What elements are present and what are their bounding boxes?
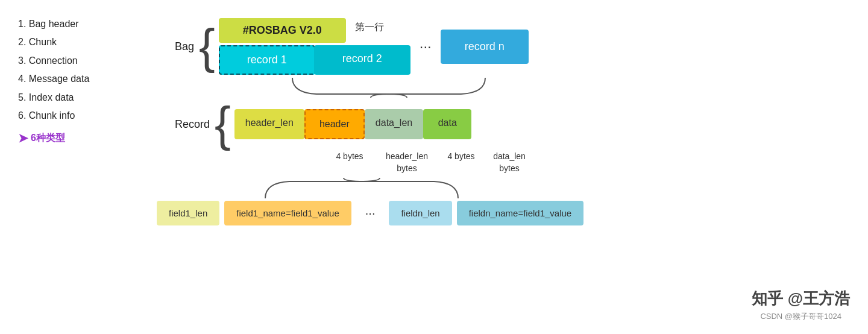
- brace-bottom-svg: [259, 175, 464, 198]
- record-fields: header_len header data_len data: [234, 109, 471, 139]
- six-types-label: ➤ 6种类型: [18, 131, 139, 145]
- bottom-brace-connector: [259, 175, 850, 201]
- rosbag-version-box: #ROSBAG V2.0: [219, 18, 346, 43]
- list-item-5: 5. Index data: [18, 89, 139, 107]
- bag-open-brace: {: [199, 22, 215, 71]
- header-fields: field1_len field1_name=field1_value ··· …: [157, 201, 583, 225]
- size-4bytes-1: 4 bytes: [322, 151, 377, 163]
- arrow-icon: ➤: [18, 131, 28, 145]
- record-n-box: record n: [441, 30, 529, 64]
- hf4-box: fieldn_len: [389, 201, 451, 225]
- dots-separator: ···: [420, 38, 432, 55]
- list-item-4: 4. Message data: [18, 70, 139, 88]
- record1-box: record 1: [219, 45, 315, 75]
- bag-inner: #ROSBAG V2.0 第一行 record 1 record 2: [219, 18, 410, 75]
- left-list: 1. Bag header 2. Chunk 3. Connection 4. …: [18, 12, 139, 322]
- first-line-label: 第一行: [355, 21, 384, 34]
- field-data: data: [423, 109, 471, 139]
- size-4bytes-2: 4 bytes: [437, 151, 485, 163]
- list-item-3: 3. Connection: [18, 52, 139, 70]
- hf5-box: fieldn_name=field1_value: [457, 201, 584, 225]
- watermark-main-text: 知乎 @王方浩: [752, 288, 850, 309]
- list-item-1: 1. Bag header: [18, 15, 139, 33]
- hf1-box: field1_len: [157, 201, 219, 225]
- bag-row: Bag { #ROSBAG V2.0 第一行 record 1 record 2…: [175, 18, 850, 75]
- field-data-len: data_len: [365, 109, 423, 139]
- records-row: record 1 record 2: [219, 45, 410, 75]
- bag-brace-container: { #ROSBAG V2.0 第一行 record 1 record 2: [199, 18, 410, 75]
- hf2-box: field1_name=field1_value: [224, 201, 351, 225]
- sizes-under-record: 4 bytes header_len bytes 4 bytes data_le…: [322, 151, 850, 174]
- watermark-sub-text: CSDN @猴子哥哥1024: [752, 311, 850, 322]
- diagram-area: Bag { #ROSBAG V2.0 第一行 record 1 record 2…: [139, 12, 850, 322]
- list-item-2: 2. Chunk: [18, 33, 139, 51]
- brace-top-svg: [286, 75, 491, 98]
- size-data-len: data_len bytes: [485, 151, 533, 174]
- record2-box: record 2: [314, 45, 410, 75]
- numbered-list: 1. Bag header 2. Chunk 3. Connection 4. …: [18, 15, 139, 125]
- top-brace-connector: [286, 75, 850, 100]
- watermark: 知乎 @王方浩 CSDN @猴子哥哥1024: [752, 288, 850, 322]
- list-item-6: 6. Chunk info: [18, 107, 139, 125]
- size-header-len: header_len bytes: [377, 151, 437, 174]
- field-header-len: header_len: [234, 109, 304, 139]
- record-open-brace: {: [215, 100, 231, 148]
- header-fields-row: field1_len field1_name=field1_value ··· …: [157, 201, 850, 225]
- field-header: header: [304, 109, 365, 139]
- hf-dots: ···: [365, 206, 376, 220]
- bag-label: Bag: [175, 40, 194, 53]
- record-label-text: Record: [175, 118, 210, 131]
- record-row: Record { header_len header data_len data: [175, 100, 850, 148]
